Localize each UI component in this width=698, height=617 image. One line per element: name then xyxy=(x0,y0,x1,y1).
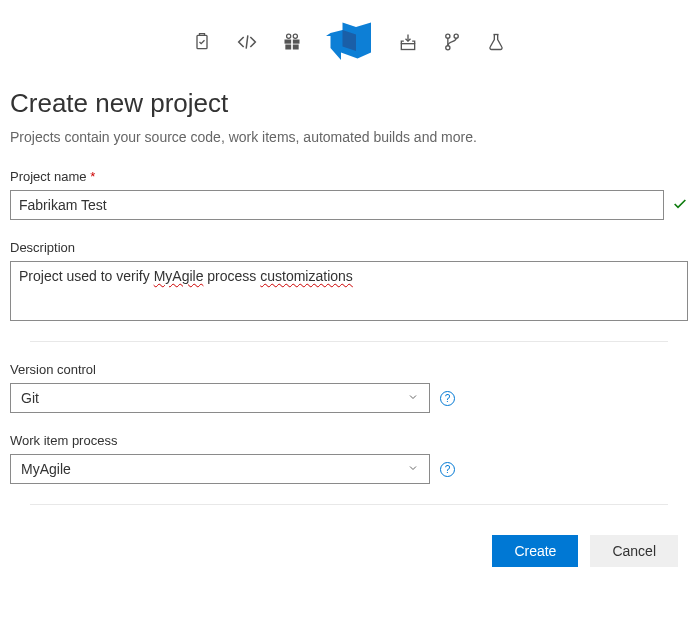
build-icon[interactable] xyxy=(398,32,418,52)
description-field: Description Project used to verify MyAgi… xyxy=(10,240,688,321)
top-toolbar xyxy=(10,0,688,74)
svg-point-6 xyxy=(293,34,297,38)
clipboard-icon[interactable] xyxy=(192,32,212,52)
description-input[interactable]: Project used to verify MyAgile process c… xyxy=(10,261,688,321)
project-name-input[interactable] xyxy=(10,190,664,220)
svg-rect-4 xyxy=(293,45,299,50)
version-control-label: Version control xyxy=(10,362,688,377)
help-icon[interactable]: ? xyxy=(440,391,455,406)
required-marker: * xyxy=(90,169,95,184)
svg-point-8 xyxy=(446,34,450,38)
help-icon[interactable]: ? xyxy=(440,462,455,477)
cancel-button[interactable]: Cancel xyxy=(590,535,678,567)
svg-rect-1 xyxy=(285,40,292,44)
chevron-down-icon xyxy=(407,390,419,406)
gift-icon[interactable] xyxy=(282,32,302,52)
svg-rect-2 xyxy=(293,40,300,44)
work-item-process-field: Work item process MyAgile ? xyxy=(10,433,688,484)
branch-icon[interactable] xyxy=(442,32,462,52)
project-name-label-text: Project name xyxy=(10,169,87,184)
button-row: Create Cancel xyxy=(10,535,688,567)
version-control-value: Git xyxy=(21,390,39,406)
work-item-process-value: MyAgile xyxy=(21,461,71,477)
page-subtitle: Projects contain your source code, work … xyxy=(10,129,688,145)
check-icon xyxy=(672,196,688,215)
svg-point-10 xyxy=(454,34,458,38)
work-item-process-label: Work item process xyxy=(10,433,688,448)
project-name-label: Project name * xyxy=(10,169,688,184)
project-name-field: Project name * xyxy=(10,169,688,220)
divider xyxy=(30,504,668,505)
create-button[interactable]: Create xyxy=(492,535,578,567)
page-title: Create new project xyxy=(10,88,688,119)
work-item-process-select[interactable]: MyAgile xyxy=(10,454,430,484)
description-label: Description xyxy=(10,240,688,255)
version-control-field: Version control Git ? xyxy=(10,362,688,413)
divider xyxy=(30,341,668,342)
svg-point-5 xyxy=(287,34,291,38)
svg-point-9 xyxy=(446,46,450,50)
code-icon[interactable] xyxy=(236,32,258,52)
chevron-down-icon xyxy=(407,461,419,477)
flask-icon[interactable] xyxy=(486,32,506,52)
svg-rect-3 xyxy=(285,45,291,50)
version-control-select[interactable]: Git xyxy=(10,383,430,413)
azure-devops-logo-icon[interactable] xyxy=(326,18,374,66)
svg-rect-7 xyxy=(401,44,414,50)
